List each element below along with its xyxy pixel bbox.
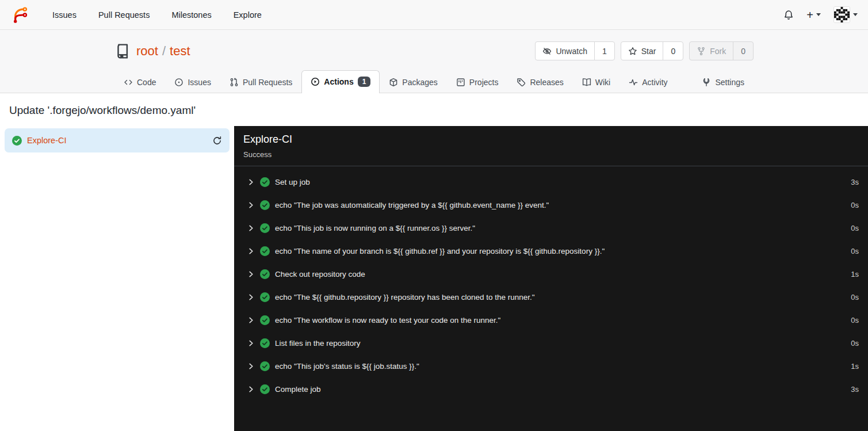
step-success-icon [260, 269, 270, 279]
tools-icon [702, 78, 711, 87]
repo-breadcrumb: root / test [136, 44, 190, 59]
nav-explore[interactable]: Explore [223, 0, 273, 29]
log-job-name: Explore-CI [243, 134, 859, 146]
chevron-down-icon [853, 13, 858, 16]
step-name: echo "The ${{ github.repository }} repos… [275, 293, 535, 302]
chevron-right-icon[interactable] [248, 363, 254, 369]
log-header: Explore-CI Success [234, 126, 868, 166]
nav-pull-requests[interactable]: Pull Requests [87, 0, 160, 29]
step-duration: 0s [844, 316, 859, 325]
tag-icon [517, 78, 526, 87]
job-label: Explore-CI [27, 136, 67, 145]
bell-icon[interactable] [783, 10, 794, 20]
tab-packages[interactable]: Packages [380, 71, 446, 93]
step-success-icon [260, 338, 270, 348]
step-name: List files in the repository [275, 339, 361, 348]
step-success-icon [260, 246, 270, 256]
unwatch-button[interactable]: Unwatch 1 [535, 41, 614, 60]
log-panel: Explore-CI Success Set up job 3s echo "T… [234, 126, 868, 431]
tab-code[interactable]: Code [114, 71, 165, 93]
step-success-icon [260, 384, 270, 394]
tab-issues[interactable]: Issues [165, 71, 220, 93]
run-body: Explore-CI Explore-CI Success Set up job… [0, 126, 868, 431]
repo-icon [114, 43, 131, 59]
eye-off-icon [542, 47, 552, 56]
code-icon [124, 78, 133, 87]
watch-count: 1 [594, 42, 614, 60]
step-name: echo "This job is now running on a ${{ r… [275, 224, 475, 232]
fork-icon [697, 47, 706, 56]
step-duration: 0s [844, 247, 859, 255]
create-new-button[interactable]: + [806, 9, 821, 21]
step-row[interactable]: echo "The workflow is now ready to test … [234, 308, 868, 331]
step-name: Complete job [275, 385, 321, 394]
tab-projects[interactable]: Projects [447, 71, 508, 93]
step-duration: 0s [844, 224, 859, 232]
chevron-right-icon[interactable] [248, 225, 254, 231]
repo-name-link[interactable]: test [170, 44, 190, 59]
pull-request-icon [230, 78, 239, 87]
tab-wiki[interactable]: Wiki [573, 71, 620, 93]
repo-action-buttons: Unwatch 1 Star 0 [535, 41, 754, 60]
step-row[interactable]: echo "The name of your branch is ${{ git… [234, 239, 868, 262]
chevron-right-icon[interactable] [248, 271, 254, 277]
user-menu[interactable] [833, 6, 858, 23]
chevron-right-icon[interactable] [248, 386, 254, 392]
chevron-right-icon[interactable] [248, 179, 254, 185]
step-success-icon [260, 200, 270, 210]
log-status-badge: Success [243, 150, 859, 159]
nav-milestones[interactable]: Milestones [160, 0, 222, 29]
step-name: echo "This job's status is ${{ job.statu… [275, 362, 419, 371]
step-row[interactable]: Set up job 3s [234, 170, 868, 193]
fork-button: Fork 0 [689, 41, 754, 60]
step-row[interactable]: echo "This job is now running on a ${{ r… [234, 216, 868, 239]
play-circle-icon [311, 77, 320, 86]
actions-count-badge: 1 [358, 77, 371, 87]
step-row[interactable]: echo "The job was automatically triggere… [234, 193, 868, 216]
tab-actions[interactable]: Actions 1 [301, 70, 380, 93]
repo-header: root / test Unwatch 1 [0, 30, 868, 93]
step-duration: 3s [844, 385, 859, 394]
repo-owner-link[interactable]: root [136, 44, 158, 59]
chevron-right-icon[interactable] [248, 248, 254, 254]
rerun-job-icon[interactable] [212, 136, 222, 146]
step-name: Set up job [275, 178, 310, 186]
star-count: 0 [663, 42, 683, 60]
chevron-down-icon [816, 13, 821, 16]
star-button[interactable]: Star 0 [621, 41, 683, 60]
step-duration: 0s [844, 293, 859, 302]
chevron-right-icon[interactable] [248, 317, 254, 323]
step-success-icon [260, 315, 270, 325]
step-success-icon [260, 292, 270, 302]
chevron-right-icon[interactable] [248, 202, 254, 208]
step-duration: 0s [844, 201, 859, 209]
step-row[interactable]: Complete job 3s [234, 377, 868, 401]
job-item-explore-ci[interactable]: Explore-CI [5, 128, 230, 152]
step-name: echo "The job was automatically triggere… [275, 201, 549, 209]
book-open-icon [582, 78, 591, 87]
plus-icon: + [806, 9, 813, 21]
forgejo-logo[interactable] [10, 6, 29, 24]
avatar-identicon [833, 6, 850, 23]
tab-pull-requests[interactable]: Pull Requests [220, 71, 301, 93]
step-row[interactable]: List files in the repository 0s [234, 331, 868, 354]
step-row[interactable]: echo "This job's status is ${{ job.statu… [234, 354, 868, 377]
tab-releases[interactable]: Releases [507, 71, 572, 93]
step-success-icon [260, 177, 270, 187]
chevron-right-icon[interactable] [248, 340, 254, 346]
tab-activity[interactable]: Activity [620, 71, 676, 93]
tab-settings[interactable]: Settings [693, 71, 754, 93]
chevron-right-icon[interactable] [248, 294, 254, 300]
step-row[interactable]: Check out repository code 1s [234, 262, 868, 285]
step-success-icon [260, 223, 270, 233]
step-duration: 0s [844, 339, 859, 348]
step-duration: 1s [844, 362, 859, 371]
project-icon [456, 78, 465, 87]
step-row[interactable]: echo "The ${{ github.repository }} repos… [234, 285, 868, 308]
primary-nav: Issues Pull Requests Milestones Explore [41, 0, 273, 29]
top-navbar: Issues Pull Requests Milestones Explore … [0, 0, 868, 30]
navbar-right: + [783, 6, 858, 23]
nav-issues[interactable]: Issues [41, 0, 87, 29]
step-name: echo "The workflow is now ready to test … [275, 316, 500, 325]
step-success-icon [260, 361, 270, 371]
